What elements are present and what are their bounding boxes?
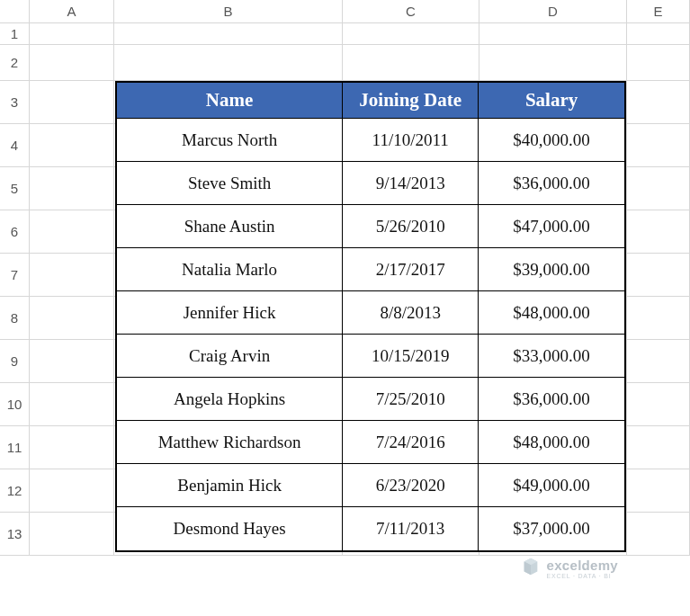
row-header-11[interactable]: 11 bbox=[0, 426, 30, 469]
cell-date[interactable]: 8/8/2013 bbox=[343, 291, 479, 335]
cell-name[interactable]: Angela Hopkins bbox=[117, 378, 343, 421]
cell[interactable] bbox=[627, 167, 690, 210]
cell-date[interactable]: 2/17/2017 bbox=[343, 248, 479, 291]
table-row: Jennifer Hick8/8/2013$48,000.00 bbox=[117, 291, 624, 335]
cell[interactable] bbox=[627, 469, 690, 513]
table-row: Marcus North11/10/2011$40,000.00 bbox=[117, 119, 624, 162]
row-header-3[interactable]: 3 bbox=[0, 81, 30, 124]
row-header-7[interactable]: 7 bbox=[0, 254, 30, 297]
cell[interactable] bbox=[30, 254, 114, 297]
cell-salary[interactable]: $48,000.00 bbox=[479, 421, 624, 464]
cell[interactable] bbox=[627, 254, 690, 297]
cell[interactable] bbox=[30, 210, 114, 254]
cell-salary[interactable]: $33,000.00 bbox=[479, 335, 624, 378]
table-row: Natalia Marlo2/17/2017$39,000.00 bbox=[117, 248, 624, 291]
cell[interactable] bbox=[627, 210, 690, 254]
cell[interactable] bbox=[627, 383, 690, 426]
row-header-13[interactable]: 13 bbox=[0, 513, 30, 556]
cell-salary[interactable]: $36,000.00 bbox=[479, 378, 624, 421]
cell-name[interactable]: Desmond Hayes bbox=[117, 507, 343, 550]
col-header-B[interactable]: B bbox=[114, 0, 343, 23]
cell[interactable] bbox=[627, 124, 690, 167]
cell[interactable] bbox=[30, 124, 114, 167]
watermark-text: exceldemy EXCEL · DATA · BI bbox=[547, 558, 618, 579]
header-name[interactable]: Name bbox=[117, 83, 343, 119]
table-row: Craig Arvin10/15/2019$33,000.00 bbox=[117, 335, 624, 378]
cell[interactable] bbox=[627, 23, 690, 45]
cell-name[interactable]: Benjamin Hick bbox=[117, 464, 343, 507]
cell-salary[interactable]: $39,000.00 bbox=[479, 248, 624, 291]
cell-name[interactable]: Jennifer Hick bbox=[117, 291, 343, 335]
row-header-10[interactable]: 10 bbox=[0, 383, 30, 426]
cell[interactable] bbox=[30, 81, 114, 124]
cell-name[interactable]: Shane Austin bbox=[117, 205, 343, 248]
cell[interactable] bbox=[343, 45, 479, 81]
cell-salary[interactable]: $47,000.00 bbox=[479, 205, 624, 248]
watermark: exceldemy EXCEL · DATA · BI bbox=[521, 557, 618, 580]
cell-name[interactable]: Craig Arvin bbox=[117, 335, 343, 378]
cell[interactable] bbox=[479, 23, 627, 45]
table-row: Angela Hopkins7/25/2010$36,000.00 bbox=[117, 378, 624, 421]
cell[interactable] bbox=[30, 383, 114, 426]
cell[interactable] bbox=[114, 45, 343, 81]
cell[interactable] bbox=[30, 469, 114, 513]
table-row: Shane Austin5/26/2010$47,000.00 bbox=[117, 205, 624, 248]
cell-name[interactable]: Marcus North bbox=[117, 119, 343, 162]
watermark-brand: exceldemy bbox=[547, 558, 618, 572]
row-header-1[interactable]: 1 bbox=[0, 23, 30, 45]
col-header-E[interactable]: E bbox=[627, 0, 690, 23]
cell-salary[interactable]: $37,000.00 bbox=[479, 507, 624, 550]
table-row: Desmond Hayes7/11/2013$37,000.00 bbox=[117, 507, 624, 550]
cell-name[interactable]: Natalia Marlo bbox=[117, 248, 343, 291]
cell[interactable] bbox=[343, 23, 479, 45]
cell-name[interactable]: Matthew Richardson bbox=[117, 421, 343, 464]
cell-date[interactable]: 6/23/2020 bbox=[343, 464, 479, 507]
cell[interactable] bbox=[627, 426, 690, 469]
exceldemy-logo-icon bbox=[521, 557, 541, 580]
cell[interactable] bbox=[30, 340, 114, 383]
header-salary[interactable]: Salary bbox=[479, 83, 624, 119]
cell-salary[interactable]: $36,000.00 bbox=[479, 162, 624, 205]
cell-date[interactable]: 10/15/2019 bbox=[343, 335, 479, 378]
cell-name[interactable]: Steve Smith bbox=[117, 162, 343, 205]
cell[interactable] bbox=[30, 426, 114, 469]
row-header-4[interactable]: 4 bbox=[0, 124, 30, 167]
col-header-D[interactable]: D bbox=[479, 0, 627, 23]
cell[interactable] bbox=[30, 167, 114, 210]
cell-date[interactable]: 9/14/2013 bbox=[343, 162, 479, 205]
table-row: Steve Smith9/14/2013$36,000.00 bbox=[117, 162, 624, 205]
cell-salary[interactable]: $49,000.00 bbox=[479, 464, 624, 507]
cell[interactable] bbox=[627, 297, 690, 340]
table-row: Matthew Richardson7/24/2016$48,000.00 bbox=[117, 421, 624, 464]
employee-table: Name Joining Date Salary Marcus North11/… bbox=[115, 81, 626, 552]
cell-date[interactable]: 7/24/2016 bbox=[343, 421, 479, 464]
cell[interactable] bbox=[30, 23, 114, 45]
cell[interactable] bbox=[627, 513, 690, 556]
cell-date[interactable]: 7/11/2013 bbox=[343, 507, 479, 550]
row-header-9[interactable]: 9 bbox=[0, 340, 30, 383]
cell[interactable] bbox=[627, 340, 690, 383]
table-row: Benjamin Hick6/23/2020$49,000.00 bbox=[117, 464, 624, 507]
row-header-2[interactable]: 2 bbox=[0, 45, 30, 81]
cell[interactable] bbox=[627, 45, 690, 81]
cell-salary[interactable]: $40,000.00 bbox=[479, 119, 624, 162]
cell-date[interactable]: 5/26/2010 bbox=[343, 205, 479, 248]
cell-date[interactable]: 11/10/2011 bbox=[343, 119, 479, 162]
col-header-C[interactable]: C bbox=[343, 0, 479, 23]
cell-date[interactable]: 7/25/2010 bbox=[343, 378, 479, 421]
cell-salary[interactable]: $48,000.00 bbox=[479, 291, 624, 335]
header-date[interactable]: Joining Date bbox=[343, 83, 479, 119]
cell[interactable] bbox=[30, 513, 114, 556]
row-header-6[interactable]: 6 bbox=[0, 210, 30, 254]
col-header-A[interactable]: A bbox=[30, 0, 114, 23]
cell[interactable] bbox=[479, 45, 627, 81]
row-header-12[interactable]: 12 bbox=[0, 469, 30, 513]
cell[interactable] bbox=[627, 81, 690, 124]
select-all-corner[interactable] bbox=[0, 0, 30, 23]
row-header-5[interactable]: 5 bbox=[0, 167, 30, 210]
cell[interactable] bbox=[30, 45, 114, 81]
cell[interactable] bbox=[114, 23, 343, 45]
table-header-row: Name Joining Date Salary bbox=[117, 83, 624, 119]
row-header-8[interactable]: 8 bbox=[0, 297, 30, 340]
cell[interactable] bbox=[30, 297, 114, 340]
